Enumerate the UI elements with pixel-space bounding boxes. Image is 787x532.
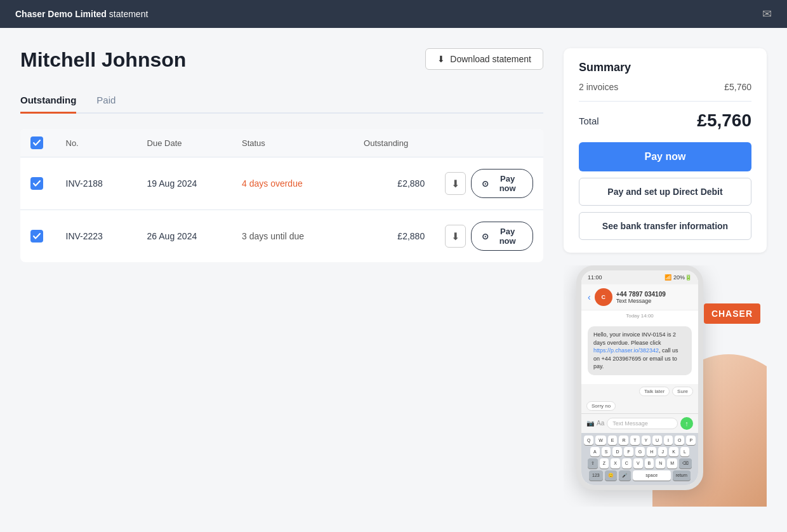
summary-divider xyxy=(579,101,751,102)
row1-pay-now-button[interactable]: ⊙ Pay now xyxy=(471,169,533,198)
quick-reply-sorry[interactable]: Talk later xyxy=(639,387,670,396)
phone-container: CHASER 11:00 📶 20%🔋 ‹ C +44 7897 034109 xyxy=(564,265,767,507)
row2-status: 3 days until due xyxy=(232,210,354,263)
back-arrow-icon: ‹ xyxy=(588,292,591,302)
summary-invoice-row: 2 invoices £5,760 xyxy=(579,82,751,92)
summary-invoice-count: 2 invoices xyxy=(579,82,618,92)
header-no: No. xyxy=(56,129,137,157)
row1-checkbox-cell xyxy=(20,157,56,210)
message-link: https://p.chaser.io/382342 xyxy=(593,347,659,354)
quick-reply-talk-later[interactable]: Sure xyxy=(672,387,693,396)
row2-invoice-id: INV-2223 xyxy=(56,210,137,263)
phone-message-body: Hello, your invoice INV-0154 is 2 days o… xyxy=(581,321,698,384)
row1-actions: ⬇ ⊙ Pay now xyxy=(435,157,543,210)
tabs: Outstanding Paid xyxy=(20,87,543,114)
phone-message-header: ‹ C +44 7897 034109 Text Message xyxy=(581,284,698,310)
summary-card: Summary 2 invoices £5,760 Total £5,760 P… xyxy=(564,48,767,253)
right-panel: Summary 2 invoices £5,760 Total £5,760 P… xyxy=(564,48,767,507)
row2-checkbox[interactable] xyxy=(30,230,43,243)
row2-outstanding: £2,880 xyxy=(354,210,435,263)
row2-download-button[interactable]: ⬇ xyxy=(445,225,466,248)
camera-icon: 📷 xyxy=(586,420,594,427)
quick-replies: Talk later Sure xyxy=(581,384,698,399)
circle-check-icon-2: ⊙ xyxy=(482,232,489,241)
select-all-checkbox[interactable] xyxy=(30,136,43,149)
summary-total-row: Total £5,760 xyxy=(579,110,751,131)
row1-download-button[interactable]: ⬇ xyxy=(445,172,466,195)
download-statement-button[interactable]: ⬇ Download statement xyxy=(425,48,543,70)
summary-total-amount: £5,760 xyxy=(697,110,751,131)
summary-total-label: Total xyxy=(579,116,599,126)
header-outstanding: Outstanding xyxy=(354,129,435,157)
tab-outstanding[interactable]: Outstanding xyxy=(20,87,76,114)
table-row: INV-2188 19 Aug 2024 4 days overdue £2,8… xyxy=(20,157,543,210)
header-due-date: Due Date xyxy=(137,129,232,157)
row1-status: 4 days overdue xyxy=(232,157,354,210)
table-row: INV-2223 26 Aug 2024 3 days until due £2… xyxy=(20,210,543,263)
phone-input-bar: 📷 Aa Text Message ↑ xyxy=(581,413,698,433)
left-panel: Mitchell Johnson ⬇ Download statement Ou… xyxy=(20,48,543,507)
row2-actions: ⬇ ⊙ Pay now xyxy=(435,210,543,263)
tab-paid[interactable]: Paid xyxy=(96,87,116,114)
customer-name: Mitchell Johnson xyxy=(20,48,186,72)
bank-info-button[interactable]: See bank transfer information xyxy=(579,212,751,240)
header-status: Status xyxy=(232,129,354,157)
circle-check-icon: ⊙ xyxy=(482,179,489,189)
phone-area: CHASER 11:00 📶 20%🔋 ‹ C +44 7897 034109 xyxy=(564,265,767,507)
pay-now-button[interactable]: Pay now xyxy=(579,142,751,171)
top-bar: Mitchell Johnson ⬇ Download statement xyxy=(20,48,543,87)
row1-invoice-id: INV-2188 xyxy=(56,157,137,210)
phone-text-input[interactable]: Text Message xyxy=(607,418,678,429)
phone-status-bar: 11:00 📶 20%🔋 xyxy=(581,270,698,284)
header-checkbox-col xyxy=(20,129,56,157)
header-actions xyxy=(435,129,543,157)
row1-due-date: 19 Aug 2024 xyxy=(137,157,232,210)
summary-invoice-total: £5,760 xyxy=(724,82,751,92)
download-icon: ⬇ xyxy=(437,54,445,64)
email-icon[interactable]: ✉ xyxy=(762,7,772,21)
row1-outstanding: £2,880 xyxy=(354,157,435,210)
app-header: Chaser Demo Limited statement ✉ xyxy=(0,0,787,28)
chaser-avatar: C xyxy=(595,288,612,306)
row2-due-date: 26 Aug 2024 xyxy=(137,210,232,263)
chaser-logo: CHASER xyxy=(704,303,760,324)
app-icon: Aa xyxy=(597,420,604,427)
quick-reply-sure[interactable]: Sorry no xyxy=(586,401,616,411)
message-bubble: Hello, your invoice INV-0154 is 2 days o… xyxy=(588,326,692,375)
quick-replies-2: Sorry no xyxy=(581,399,698,413)
table-header-row: No. Due Date Status Outstanding xyxy=(20,129,543,157)
header-title: Chaser Demo Limited statement xyxy=(15,9,148,19)
phone-contact-info: +44 7897 034109 Text Message xyxy=(616,291,666,304)
phone-mockup: 11:00 📶 20%🔋 ‹ C +44 7897 034109 Text Me… xyxy=(576,265,703,490)
row1-checkbox[interactable] xyxy=(30,177,43,190)
invoice-table: No. Due Date Status Outstanding xyxy=(20,129,543,262)
main-layout: Mitchell Johnson ⬇ Download statement Ou… xyxy=(0,28,787,527)
summary-title: Summary xyxy=(579,61,751,74)
message-date: Today 14:00 xyxy=(581,310,698,321)
direct-debit-button[interactable]: Pay and set up Direct Debit xyxy=(579,178,751,206)
row2-checkbox-cell xyxy=(20,210,56,263)
send-button[interactable]: ↑ xyxy=(680,417,693,430)
phone-keyboard: QWERTYUIOP ASDFGHJKL ⇧ZXCVBNM⌫ 123😊🎤spac… xyxy=(581,433,698,485)
row2-pay-now-button[interactable]: ⊙ Pay now xyxy=(471,222,533,251)
